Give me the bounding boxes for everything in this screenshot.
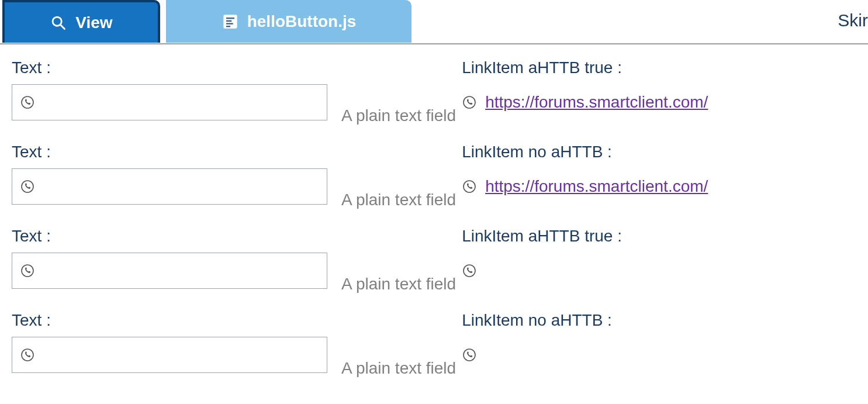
svg-point-12 bbox=[464, 265, 475, 277]
tab-view[interactable]: View bbox=[2, 0, 160, 43]
text-input[interactable] bbox=[40, 85, 319, 120]
link-item[interactable]: https://forums.smartclient.com/ bbox=[485, 93, 708, 112]
form-row: Text : A plain text field LinkItem aHTTB… bbox=[12, 227, 856, 303]
file-js-icon bbox=[222, 13, 239, 30]
search-icon bbox=[50, 14, 67, 32]
svg-point-13 bbox=[22, 349, 33, 361]
text-hint: A plain text field bbox=[341, 191, 456, 219]
tab-file[interactable]: helloButton.js bbox=[166, 0, 411, 43]
svg-point-10 bbox=[464, 181, 475, 192]
phone-icon[interactable] bbox=[462, 179, 477, 194]
phone-icon[interactable] bbox=[462, 263, 477, 278]
form-row: Text : A plain text field LinkItem aHTTB… bbox=[12, 58, 856, 134]
link-label: LinkItem aHTTB true : bbox=[462, 58, 708, 78]
svg-point-11 bbox=[22, 265, 33, 277]
phone-icon[interactable] bbox=[20, 347, 34, 362]
text-input-container bbox=[12, 168, 327, 205]
text-input[interactable] bbox=[40, 169, 319, 204]
text-hint: A plain text field bbox=[341, 275, 456, 303]
form-row: Text : A plain text field LinkItem no aH… bbox=[12, 143, 856, 219]
text-hint: A plain text field bbox=[341, 106, 456, 134]
text-label: Text : bbox=[12, 311, 336, 331]
link-item[interactable]: https://forums.smartclient.com/ bbox=[485, 177, 708, 196]
link-item-empty bbox=[485, 347, 491, 363]
text-label: Text : bbox=[12, 227, 336, 247]
svg-point-8 bbox=[464, 96, 475, 108]
text-input[interactable] bbox=[40, 337, 319, 372]
phone-icon[interactable] bbox=[20, 95, 34, 110]
phone-icon[interactable] bbox=[20, 179, 34, 194]
link-item-empty bbox=[485, 263, 491, 279]
svg-point-9 bbox=[22, 181, 33, 192]
text-hint: A plain text field bbox=[341, 359, 456, 387]
tab-file-label: helloButton.js bbox=[247, 12, 357, 31]
svg-point-14 bbox=[464, 349, 475, 361]
link-label: LinkItem no aHTTB : bbox=[462, 143, 708, 163]
link-label: LinkItem aHTTB true : bbox=[462, 227, 622, 247]
skin-label: Skir bbox=[838, 11, 868, 30]
text-input[interactable] bbox=[40, 253, 319, 288]
text-label: Text : bbox=[12, 143, 336, 163]
form-row: Text : A plain text field LinkItem no aH… bbox=[12, 311, 856, 387]
tab-view-label: View bbox=[75, 13, 112, 32]
text-input-container bbox=[12, 253, 327, 289]
text-input-container bbox=[12, 337, 327, 373]
phone-icon[interactable] bbox=[20, 263, 34, 278]
tab-bar: View helloButton.js Skir bbox=[0, 0, 868, 44]
svg-point-7 bbox=[22, 96, 33, 108]
phone-icon[interactable] bbox=[462, 347, 477, 362]
phone-icon[interactable] bbox=[462, 95, 477, 110]
link-label: LinkItem no aHTTB : bbox=[462, 311, 612, 331]
text-input-container bbox=[12, 84, 327, 120]
text-label: Text : bbox=[12, 58, 336, 78]
form-area: Text : A plain text field LinkItem aHTTB… bbox=[0, 44, 868, 387]
svg-line-1 bbox=[61, 25, 65, 29]
